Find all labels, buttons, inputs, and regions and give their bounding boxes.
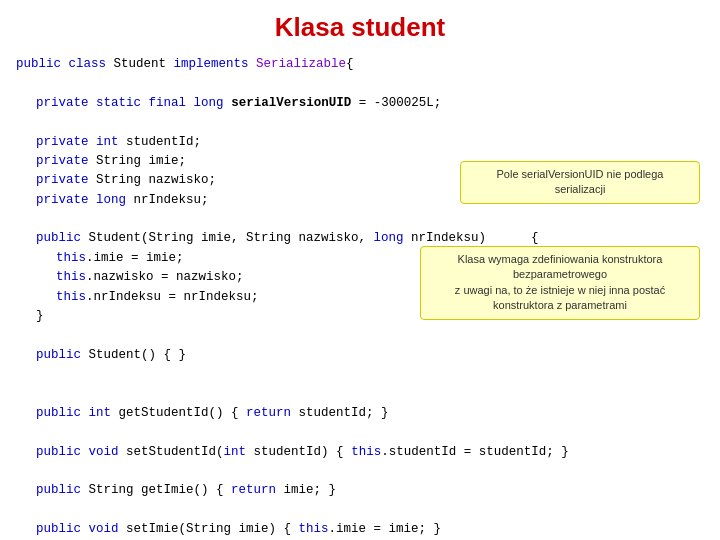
code-line-22	[16, 462, 704, 481]
code-line-20	[16, 423, 704, 442]
code-line-24	[16, 501, 704, 520]
code-line-16: public Student() { }	[16, 346, 704, 365]
code-line-25: public void setImie(String imie) { this.…	[16, 520, 704, 539]
code-line-4	[16, 113, 704, 132]
code-line-5: private int studentId;	[16, 133, 704, 152]
code-line-23: public String getImie() { return imie; }	[16, 481, 704, 500]
tooltip-constructor-text: Klasa wymaga zdefiniowania konstruktora …	[455, 253, 665, 311]
page-title: Klasa student	[0, 0, 720, 51]
code-area: public class Student implements Serializ…	[0, 51, 720, 540]
code-line-9	[16, 210, 704, 229]
code-line-19: public int getStudentId() { return stude…	[16, 404, 704, 423]
code-line-3: private static final long serialVersionU…	[16, 94, 704, 113]
tooltip-constructor: Klasa wymaga zdefiniowania konstruktora …	[420, 246, 700, 320]
code-line-18	[16, 384, 704, 403]
code-line-1: public class Student implements Serializ…	[16, 55, 704, 74]
code-line-2	[16, 74, 704, 93]
code-line-17	[16, 365, 704, 384]
code-line-21: public void setStudentId(int studentId) …	[16, 443, 704, 462]
code-line-15	[16, 326, 704, 345]
tooltip-serialversionuid: Pole serialVersionUID nie podlega serial…	[460, 161, 700, 204]
